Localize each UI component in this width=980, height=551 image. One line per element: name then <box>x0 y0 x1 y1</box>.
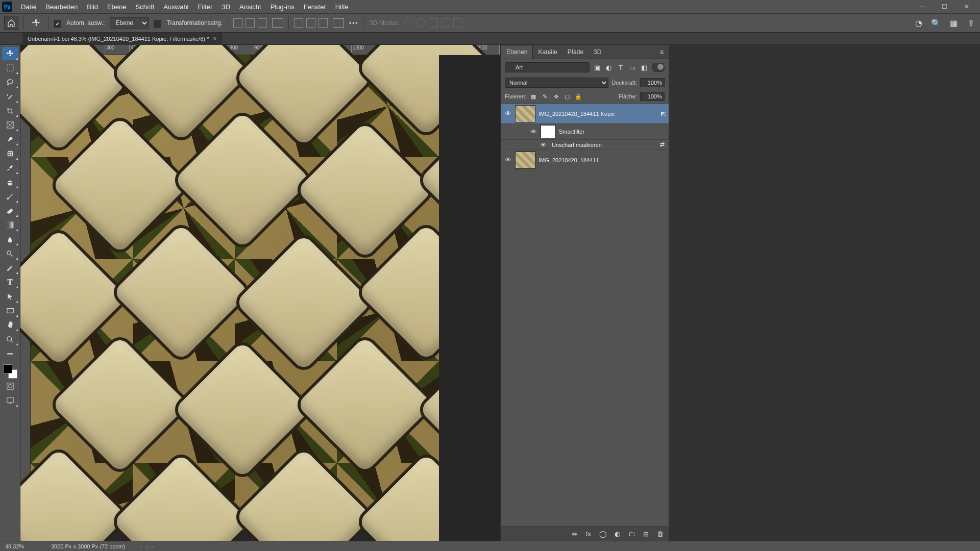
align-center-v-icon[interactable] <box>306 18 315 28</box>
filter-image-icon[interactable]: ▣ <box>593 63 601 72</box>
document-tab[interactable]: Unbenannt-1 bei 48,3% (IMG_20210420_1844… <box>22 33 222 45</box>
layer-name[interactable]: IMG_20210420_184411 Kopie <box>538 111 657 117</box>
rectangle-tool[interactable] <box>2 304 18 317</box>
canvas[interactable] <box>31 55 500 541</box>
blur-tool[interactable] <box>2 233 18 246</box>
menu-datei[interactable]: Datei <box>16 3 41 11</box>
share-icon[interactable]: ⇪ <box>966 18 976 28</box>
eraser-tool[interactable] <box>2 204 18 217</box>
magic-wand-tool[interactable] <box>2 90 18 103</box>
eyedropper-tool[interactable] <box>2 133 18 146</box>
layer-row[interactable]: 👁 Smartfilter <box>501 124 669 140</box>
menu-schrift[interactable]: Schrift <box>131 3 159 11</box>
visibility-toggle-icon[interactable]: 👁 <box>541 142 549 148</box>
delete-layer-icon[interactable]: 🗑 <box>655 530 665 539</box>
smart-filter-entry[interactable]: 👁 Unscharf maskieren ⇄ <box>501 140 669 150</box>
foreground-color-swatch[interactable] <box>3 364 12 373</box>
auto-select-checkbox[interactable] <box>54 20 61 28</box>
layer-row[interactable]: 👁 IMG_20210420_184411 Kopie ◩ <box>501 104 669 124</box>
menu-hilfe[interactable]: Hilfe <box>331 3 353 11</box>
color-swatches[interactable] <box>3 364 17 379</box>
group-layers-icon[interactable]: 🗀 <box>627 530 636 539</box>
window-maximize-button[interactable]: ☐ <box>933 0 955 13</box>
align-center-h-icon[interactable] <box>246 18 255 28</box>
zoom-level[interactable]: 48,32% <box>5 543 41 549</box>
history-brush-tool[interactable] <box>2 190 18 203</box>
filter-type-icon[interactable]: T <box>616 63 625 72</box>
zoom-tool[interactable] <box>2 333 18 346</box>
lock-all-icon[interactable]: 🔒 <box>574 92 582 101</box>
crop-tool[interactable] <box>2 104 18 117</box>
status-next-icon[interactable]: › <box>152 543 154 549</box>
document-dimensions[interactable]: 3000 Px x 3000 Px (72 ppcm) <box>51 543 125 549</box>
move-tool-icon[interactable] <box>29 16 43 30</box>
gradient-tool[interactable] <box>2 218 18 232</box>
tab-ebenen[interactable]: Ebenen <box>501 45 533 59</box>
clone-stamp-tool[interactable] <box>2 176 18 189</box>
dodge-tool[interactable] <box>2 247 18 260</box>
home-button[interactable] <box>4 16 18 30</box>
tab-3d[interactable]: 3D <box>589 45 606 59</box>
brush-tool[interactable] <box>2 161 18 174</box>
layer-name[interactable]: IMG_20210420_184411 <box>538 157 666 163</box>
cloud-docs-icon[interactable]: ◔ <box>914 18 924 28</box>
menu-filter[interactable]: Filter <box>193 3 217 11</box>
menu-ebene[interactable]: Ebene <box>103 3 131 11</box>
filter-smart-icon[interactable]: ◧ <box>640 63 649 72</box>
link-layers-icon[interactable]: ⇔ <box>570 530 579 539</box>
visibility-toggle-icon[interactable]: 👁 <box>529 128 537 136</box>
auto-select-target-select[interactable]: Ebene <box>110 17 149 29</box>
align-right-icon[interactable] <box>258 18 267 28</box>
tab-kanaele[interactable]: Kanäle <box>533 45 562 59</box>
lock-artboard-icon[interactable]: ▢ <box>563 92 571 101</box>
transform-controls-checkbox[interactable] <box>154 20 161 28</box>
align-bottom-icon[interactable] <box>318 18 328 28</box>
edit-toolbar-icon[interactable]: ••• <box>2 347 18 360</box>
more-align-options-icon[interactable]: ••• <box>349 19 359 27</box>
tab-pfade[interactable]: Pfade <box>562 45 589 59</box>
status-prev-icon[interactable]: ‹ <box>146 543 149 549</box>
layer-filter-input[interactable] <box>505 62 590 72</box>
fill-input[interactable] <box>640 92 665 101</box>
workspace-switcher-icon[interactable]: ▦ <box>948 18 959 28</box>
visibility-toggle-icon[interactable]: 👁 <box>504 110 512 117</box>
filter-blending-icon[interactable]: ⇄ <box>660 141 665 148</box>
lasso-tool[interactable] <box>2 76 18 89</box>
align-top-icon[interactable] <box>294 18 303 28</box>
menu-bild[interactable]: Bild <box>82 3 103 11</box>
healing-brush-tool[interactable] <box>2 147 18 160</box>
menu-fenster[interactable]: Fenster <box>299 3 331 11</box>
distribute-h-icon[interactable] <box>272 18 283 28</box>
blend-mode-select[interactable]: Normal <box>505 78 608 88</box>
layer-name[interactable]: Smartfilter <box>559 129 666 135</box>
lock-position-icon[interactable]: ✥ <box>552 92 560 101</box>
layer-style-icon[interactable]: fx <box>584 530 593 539</box>
window-close-button[interactable]: ✕ <box>955 0 978 13</box>
status-caret-icon[interactable]: › <box>140 543 142 549</box>
quick-mask-toggle[interactable] <box>2 380 18 393</box>
align-left-icon[interactable] <box>233 18 242 28</box>
filter-shape-icon[interactable]: ▭ <box>628 63 637 72</box>
menu-bearbeiten[interactable]: Bearbeiten <box>41 3 82 11</box>
visibility-toggle-icon[interactable]: 👁 <box>504 156 512 164</box>
marquee-tool[interactable] <box>2 61 18 74</box>
document-image[interactable] <box>31 55 500 530</box>
move-tool[interactable] <box>2 47 18 60</box>
panel-menu-icon[interactable]: ≡ <box>655 45 669 59</box>
path-selection-tool[interactable] <box>2 290 18 303</box>
adjustment-layer-icon[interactable]: ◐ <box>612 530 622 539</box>
document-tab-close-icon[interactable]: × <box>213 35 216 42</box>
hand-tool[interactable] <box>2 318 18 332</box>
menu-3d[interactable]: 3D <box>217 3 235 11</box>
menu-plugins[interactable]: Plug-ins <box>266 3 299 11</box>
lock-transparent-icon[interactable]: ▦ <box>529 92 537 101</box>
frame-tool[interactable] <box>2 118 18 132</box>
search-icon[interactable]: 🔍 <box>931 18 941 28</box>
layer-row[interactable]: 👁 IMG_20210420_184411 <box>501 150 669 170</box>
window-minimize-button[interactable]: — <box>911 0 933 13</box>
menu-ansicht[interactable]: Ansicht <box>235 3 266 11</box>
filter-toggle-icon[interactable] <box>652 63 665 72</box>
layer-mask-icon[interactable]: ◯ <box>598 530 607 539</box>
menu-auswahl[interactable]: Auswahl <box>159 3 193 11</box>
layer-thumbnail[interactable] <box>515 105 535 122</box>
